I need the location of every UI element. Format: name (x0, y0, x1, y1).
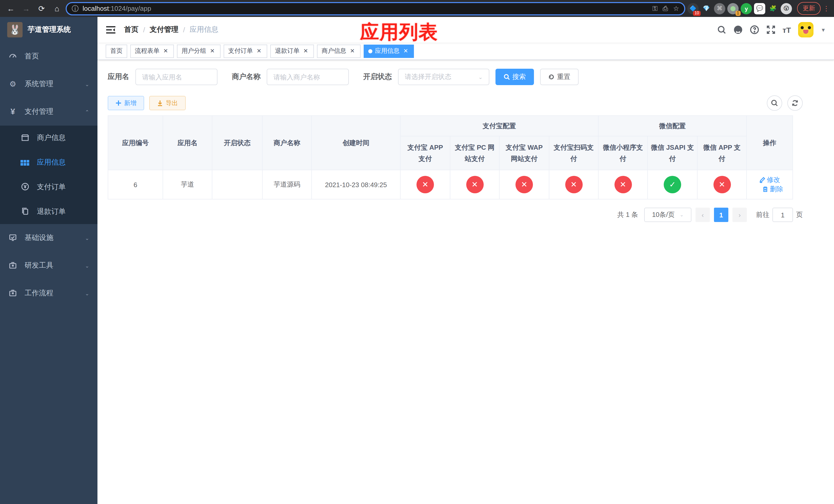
shop-icon (21, 133, 30, 143)
briefcase-icon (8, 261, 18, 271)
page-number-1[interactable]: 1 (714, 208, 728, 222)
edit-link[interactable]: 修改 (759, 175, 780, 185)
tag-user-group[interactable]: 用户分组✕ (177, 44, 221, 58)
sidebar-item-app-info[interactable]: 应用信息 (0, 150, 97, 175)
navbar: 首页 / 支付管理 / 应用信息 应用列表 ᴛT ▼ (97, 17, 834, 43)
add-button[interactable]: 新增 (108, 96, 144, 110)
app-table: 应用编号 应用名 开启状态 商户名称 创建时间 支付宝配置 微信配置 操作 支付… (108, 115, 793, 200)
breadcrumb-home[interactable]: 首页 (124, 25, 138, 35)
chrome-update-button[interactable]: 更新 (797, 2, 821, 15)
fullscreen-icon[interactable] (766, 25, 775, 35)
browser-toolbar: ← → ⟳ ⌂ i localhost:1024/pay/app ⚿ ⎙ ☆ 🔷… (0, 0, 834, 17)
tag-process-form[interactable]: 流程表单✕ (130, 44, 174, 58)
search-icon[interactable] (717, 25, 726, 35)
extension-icon-2[interactable]: 💎 (701, 3, 712, 14)
export-button[interactable]: 导出 (149, 96, 186, 110)
col-actions: 操作 (747, 116, 793, 170)
breadcrumb-separator: / (143, 26, 145, 34)
sidebar-item-payment[interactable]: ¥ 支付管理 ⌃ (0, 98, 97, 125)
extensions-puzzle-icon[interactable]: 🧩 (767, 3, 778, 14)
reload-icon[interactable]: ⟳ (35, 2, 48, 15)
close-icon[interactable]: ✕ (402, 47, 409, 54)
browser-menu-icon[interactable]: ⋮ (823, 5, 830, 12)
reset-button[interactable]: 重置 (540, 69, 578, 85)
sidebar-fold-icon[interactable] (106, 25, 116, 35)
font-size-icon[interactable]: ᴛT (783, 25, 791, 34)
key-icon[interactable]: ⚿ (653, 4, 658, 13)
close-icon[interactable]: ✕ (256, 47, 263, 54)
avatar-caret-icon[interactable]: ▼ (821, 27, 826, 32)
alipay-pc-status-button[interactable]: ✕ (466, 176, 483, 193)
close-icon[interactable]: ✕ (302, 47, 309, 54)
app-name-input[interactable] (135, 69, 218, 85)
close-icon[interactable]: ✕ (162, 47, 169, 54)
alipay-app-status-button[interactable]: ✕ (416, 176, 434, 193)
extension-icon-3[interactable]: ⌘ (714, 3, 725, 14)
search-icon (504, 74, 510, 80)
site-info-icon[interactable]: i (72, 5, 79, 12)
page-size-select[interactable]: 10条/页 ⌄ (644, 208, 692, 222)
tag-app-info[interactable]: 应用信息✕ (364, 44, 414, 58)
extension-icon-1[interactable]: 🔷10 (687, 3, 699, 14)
gear-icon: ⚙ (8, 79, 18, 89)
tag-pay-order[interactable]: 支付订单✕ (224, 44, 267, 58)
breadcrumb-payment[interactable]: 支付管理 (150, 25, 178, 35)
back-icon[interactable]: ← (4, 2, 18, 15)
tag-refund-order[interactable]: 退款订单✕ (270, 44, 314, 58)
trash-icon (762, 186, 768, 192)
share-icon[interactable]: ⎙ (663, 4, 668, 13)
app-title: 芋道管理系统 (28, 25, 71, 35)
forward-icon[interactable]: → (20, 2, 33, 15)
address-bar[interactable]: i localhost:1024/pay/app ⚿ ⎙ ☆ (66, 2, 685, 15)
screen: ← → ⟳ ⌂ i localhost:1024/pay/app ⚿ ⎙ ☆ 🔷… (0, 0, 834, 504)
toggle-search-button[interactable] (767, 95, 782, 111)
delete-link[interactable]: 删除 (762, 185, 783, 194)
close-icon[interactable]: ✕ (209, 47, 216, 54)
wechat-app-status-button[interactable]: ✕ (713, 176, 731, 193)
col-alipay-wap: 支付宝 WAP 网站支付 (499, 136, 549, 170)
sidebar-item-refund-order[interactable]: 退款订单 (0, 200, 97, 224)
help-icon[interactable] (750, 25, 759, 35)
user-avatar[interactable] (798, 22, 813, 38)
prev-page-button[interactable]: ‹ (696, 208, 710, 222)
sidebar-item-dev-tools[interactable]: 研发工具 ⌄ (0, 252, 97, 279)
refresh-icon (791, 99, 798, 107)
profile-avatar-icon[interactable]: 😲 (781, 3, 792, 14)
alipay-qr-status-button[interactable]: ✕ (565, 176, 583, 193)
chevron-down-icon: ⌄ (85, 291, 89, 296)
extension-icon-4[interactable]: 1 (727, 3, 739, 14)
close-icon[interactable]: ✕ (349, 47, 356, 54)
extension-badge: 1 (735, 10, 741, 16)
home-icon[interactable]: ⌂ (50, 2, 64, 15)
url-text[interactable]: localhost:1024/pay/app (83, 5, 648, 12)
extension-icon-6[interactable]: 💬 (754, 3, 765, 14)
col-created: 创建时间 (312, 116, 400, 170)
dashboard-icon (8, 51, 18, 61)
sidebar-item-pay-order[interactable]: 支付订单 (0, 175, 97, 200)
next-page-button[interactable]: › (732, 208, 747, 222)
tags-view: 首页 流程表单✕ 用户分组✕ 支付订单✕ 退款订单✕ 商户信息✕ 应用信息✕ (97, 43, 834, 60)
sidebar-item-infrastructure[interactable]: 基础设施 ⌄ (0, 224, 97, 252)
monitor-icon (8, 233, 18, 243)
alipay-wap-status-button[interactable]: ✕ (515, 176, 533, 193)
tag-merchant-info[interactable]: 商户信息✕ (317, 44, 360, 58)
sidebar-item-home[interactable]: 首页 (0, 43, 97, 70)
sidebar-item-workflow[interactable]: 工作流程 ⌄ (0, 279, 97, 307)
chevron-down-icon: ⌄ (478, 74, 483, 80)
col-wechat-jsapi: 微信 JSAPI 支付 (648, 136, 697, 170)
col-alipay-qr: 支付宝扫码支付 (549, 136, 598, 170)
search-button[interactable]: 搜索 (496, 69, 534, 85)
github-icon[interactable] (733, 25, 743, 35)
wechat-jsapi-status-button[interactable]: ✓ (664, 176, 681, 193)
tag-home[interactable]: 首页 (106, 44, 127, 58)
app-logo[interactable]: 🐰 芋道管理系统 (0, 17, 97, 43)
wechat-mini-status-button[interactable]: ✕ (614, 176, 632, 193)
extension-icon-5[interactable]: y (741, 3, 752, 14)
sidebar-item-system[interactable]: ⚙ 系统管理 ⌄ (0, 70, 97, 98)
status-select[interactable]: 请选择开启状态 ⌄ (398, 69, 489, 85)
goto-page-input[interactable] (772, 208, 793, 222)
merchant-name-input[interactable] (267, 69, 349, 85)
bookmark-star-icon[interactable]: ☆ (673, 4, 679, 13)
sidebar-item-merchant-info[interactable]: 商户信息 (0, 125, 97, 150)
refresh-table-button[interactable] (787, 95, 803, 111)
